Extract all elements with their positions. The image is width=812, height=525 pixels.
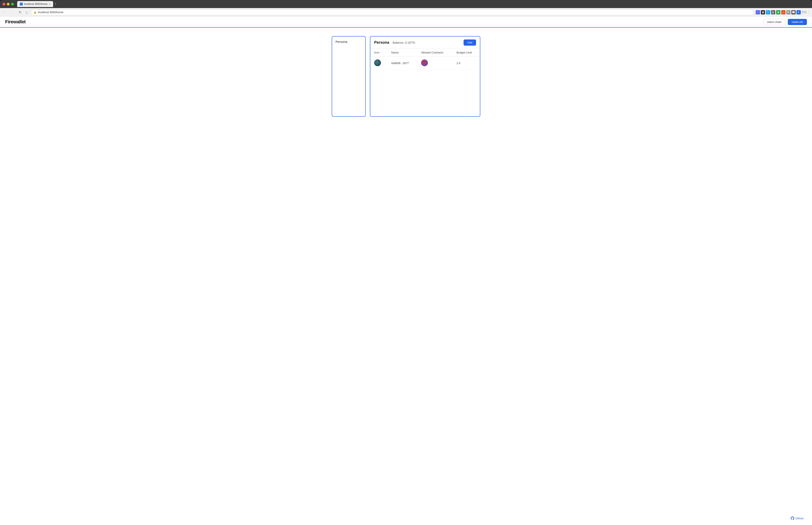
extension-icon-7[interactable]: ❋: [786, 10, 791, 14]
col-budget-limit: Budget Limit: [453, 49, 480, 57]
tab-favicon: [20, 2, 23, 5]
extension-icon-9[interactable]: V: [797, 10, 801, 14]
new-tab-button[interactable]: +: [53, 2, 58, 6]
forward-button[interactable]: →: [10, 10, 16, 15]
github-icon: [791, 516, 794, 520]
app-logo: Firewallet: [5, 19, 26, 25]
tab-bar: localhost:3000/home × +: [17, 1, 810, 7]
extension-icon-4[interactable]: 🗑: [771, 10, 775, 14]
wallet-address-button[interactable]: vitalik.eth: [788, 19, 807, 25]
more-extensions-button[interactable]: 更新 ⋮: [801, 11, 810, 14]
active-tab[interactable]: localhost:3000/home ×: [17, 1, 53, 7]
traffic-lights: [2, 3, 14, 5]
persona-card-header: Persona Balance: 0.1ETH Add: [370, 36, 480, 49]
extension-icon-8[interactable]: ⬜: [792, 10, 796, 14]
persona-balance: Balance: 0.1ETH: [393, 41, 415, 44]
table-header-row: Icon Name Allowed Contracts Budget Limit: [370, 49, 480, 57]
close-button[interactable]: [2, 3, 5, 5]
header-actions: select chain vitalik.eth: [763, 19, 807, 25]
maximize-button[interactable]: [11, 3, 14, 5]
persona-main-card: Persona Balance: 0.1ETH Add Icon Name Al…: [370, 36, 480, 117]
reload-button[interactable]: ↻: [17, 9, 23, 15]
table-row: 0x9d39...1677 1.0: [370, 57, 480, 70]
extension-icon-3[interactable]: 𝕏: [766, 10, 770, 14]
address-text: localhost:3000/home: [38, 11, 63, 14]
cell-allowed-contracts: [417, 57, 453, 70]
github-link[interactable]: Github: [795, 517, 803, 520]
app-header: Firewallet select chain vitalik.eth: [0, 17, 812, 28]
tab-title: localhost:3000/home: [24, 2, 47, 5]
home-button[interactable]: ⌂: [25, 10, 29, 15]
add-button[interactable]: Add: [463, 40, 476, 46]
cell-icon: [370, 57, 387, 70]
extension-icon-1[interactable]: ⬡: [756, 10, 760, 14]
extension-icon-5[interactable]: ◆: [776, 10, 780, 14]
extension-icon-6[interactable]: 🦊: [781, 10, 785, 14]
minimize-button[interactable]: [7, 3, 10, 5]
app-window: Firewallet select chain vitalik.eth Pers…: [0, 17, 812, 525]
nav-bar: ← → ↻ ⌂ 🔒 localhost:3000/home ⬡ ▣ 𝕏 🗑 ◆ …: [0, 8, 812, 17]
extension-icon-2[interactable]: ▣: [761, 10, 765, 14]
extensions-bar: ⬡ ▣ 𝕏 🗑 ◆ 🦊 ❋ ⬜ V 更新 ⋮: [756, 10, 810, 14]
browser-chrome: localhost:3000/home × + ← → ↻ ⌂ 🔒 localh…: [0, 0, 812, 525]
tab-close-button[interactable]: ×: [49, 2, 50, 5]
cell-budget-limit: 1.0: [453, 57, 480, 70]
wallet-avatar-icon: [374, 59, 381, 66]
back-button[interactable]: ←: [2, 10, 8, 15]
lock-icon: 🔒: [33, 11, 37, 14]
app-content: Persona Persona Balance: 0.1ETH Add Icon…: [0, 28, 812, 125]
cell-name: 0x9d39...1677: [387, 57, 417, 70]
app-footer: Github: [791, 516, 803, 520]
contract-icon: [421, 59, 428, 66]
persona-title: Persona: [374, 40, 389, 45]
select-chain-button[interactable]: select chain: [763, 19, 785, 25]
col-name: Name: [387, 49, 417, 57]
persona-sidebar-title: Persona: [336, 40, 362, 44]
col-allowed-contracts: Allowed Contracts: [417, 49, 453, 57]
browser-titlebar: localhost:3000/home × +: [0, 0, 812, 8]
col-icon: Icon: [370, 49, 387, 57]
address-bar[interactable]: 🔒 localhost:3000/home: [31, 9, 754, 15]
persona-sidebar-card: Persona: [332, 36, 366, 117]
persona-table: Icon Name Allowed Contracts Budget Limit…: [370, 49, 480, 70]
